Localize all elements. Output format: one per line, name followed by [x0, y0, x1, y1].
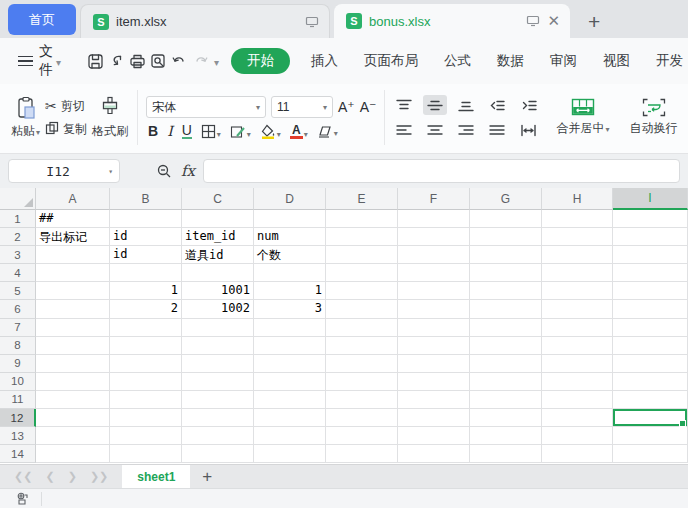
cell-I6[interactable] [613, 300, 688, 318]
cell-B11[interactable] [110, 391, 182, 409]
distributed-align-button[interactable] [516, 120, 540, 140]
ribbon-tab-页面布局[interactable]: 页面布局 [364, 52, 418, 70]
cell-I11[interactable] [613, 391, 688, 409]
borders-button[interactable]: ▾ [201, 124, 221, 139]
underline-button[interactable]: U [182, 123, 192, 139]
cell-A8[interactable] [36, 337, 110, 355]
cell-H10[interactable] [542, 373, 613, 391]
row-header-9[interactable]: 9 [0, 355, 36, 373]
first-sheet-icon[interactable]: ❮❮ [14, 470, 32, 483]
cell-D14[interactable] [254, 445, 326, 463]
cell-B5[interactable]: 1 [110, 282, 182, 300]
cell-A4[interactable] [36, 264, 110, 282]
cell-C7[interactable] [182, 319, 254, 337]
cell-I3[interactable] [613, 246, 688, 264]
cell-C4[interactable] [182, 264, 254, 282]
ribbon-tab-插入[interactable]: 插入 [311, 52, 338, 70]
save-button[interactable] [87, 48, 104, 74]
column-header-F[interactable]: F [398, 188, 470, 210]
row-header-12[interactable]: 12 [0, 409, 36, 427]
ribbon-tab-视图[interactable]: 视图 [603, 52, 630, 70]
cell-G5[interactable] [470, 282, 542, 300]
cell-H8[interactable] [542, 337, 613, 355]
cell-B9[interactable] [110, 355, 182, 373]
cell-A14[interactable] [36, 445, 110, 463]
cell-A2[interactable]: 导出标记 [36, 228, 110, 246]
redo-button[interactable] [192, 48, 209, 74]
select-all-corner[interactable] [0, 188, 36, 210]
cell-A11[interactable] [36, 391, 110, 409]
cell-B14[interactable] [110, 445, 182, 463]
cut-button[interactable]: ✂ 剪切 [45, 98, 87, 115]
align-top-button[interactable] [392, 95, 416, 115]
fill-color-button[interactable]: ▾ [260, 124, 281, 139]
name-box[interactable]: I12 ▾ [8, 159, 120, 183]
cell-G2[interactable] [470, 228, 542, 246]
cell-D6[interactable]: 3 [254, 300, 326, 318]
cell-F6[interactable] [398, 300, 470, 318]
ribbon-tab-开始[interactable]: 开始 [231, 48, 290, 74]
cell-A7[interactable] [36, 319, 110, 337]
ribbon-tab-公式[interactable]: 公式 [444, 52, 471, 70]
cell-H4[interactable] [542, 264, 613, 282]
cell-F8[interactable] [398, 337, 470, 355]
column-header-C[interactable]: C [182, 188, 254, 210]
cell-D8[interactable] [254, 337, 326, 355]
cell-I14[interactable] [613, 445, 688, 463]
print-button[interactable] [129, 48, 146, 74]
cell-C12[interactable] [182, 409, 254, 427]
cell-E9[interactable] [326, 355, 398, 373]
paste-button[interactable]: 粘贴▾ [6, 94, 45, 142]
align-right-button[interactable] [454, 120, 478, 140]
cell-I2[interactable] [613, 228, 688, 246]
cell-A10[interactable] [36, 373, 110, 391]
file-menu[interactable]: 文件 [39, 43, 53, 79]
cell-F14[interactable] [398, 445, 470, 463]
last-sheet-icon[interactable]: ❯❯ [90, 470, 108, 483]
cell-C5[interactable]: 1001 [182, 282, 254, 300]
decrease-indent-button[interactable] [485, 95, 509, 115]
cell-I5[interactable] [613, 282, 688, 300]
cell-C6[interactable]: 1002 [182, 300, 254, 318]
cell-G12[interactable] [470, 409, 542, 427]
cell-F5[interactable] [398, 282, 470, 300]
close-tab-icon[interactable]: ✕ [547, 12, 560, 30]
prev-sheet-icon[interactable]: ❮ [45, 470, 54, 483]
cell-H11[interactable] [542, 391, 613, 409]
cell-B12[interactable] [110, 409, 182, 427]
justify-button[interactable] [485, 120, 509, 140]
cell-D10[interactable] [254, 373, 326, 391]
cell-H12[interactable] [542, 409, 613, 427]
cell-E13[interactable] [326, 427, 398, 445]
cell-F7[interactable] [398, 319, 470, 337]
increase-font-button[interactable]: A⁺ [338, 99, 355, 115]
cell-G7[interactable] [470, 319, 542, 337]
home-page-button[interactable]: 首页 [8, 4, 76, 35]
cell-B6[interactable]: 2 [110, 300, 182, 318]
row-header-3[interactable]: 3 [0, 246, 36, 264]
cell-E14[interactable] [326, 445, 398, 463]
cell-F3[interactable] [398, 246, 470, 264]
cell-D1[interactable] [254, 210, 326, 228]
cell-G3[interactable] [470, 246, 542, 264]
cell-B13[interactable] [110, 427, 182, 445]
cell-F11[interactable] [398, 391, 470, 409]
add-sheet-button[interactable]: + [190, 465, 224, 488]
cell-G10[interactable] [470, 373, 542, 391]
row-header-8[interactable]: 8 [0, 337, 36, 355]
row-header-1[interactable]: 1 [0, 210, 36, 228]
next-sheet-icon[interactable]: ❯ [68, 470, 77, 483]
draw-border-button[interactable]: ▾ [230, 124, 251, 139]
row-header-13[interactable]: 13 [0, 427, 36, 445]
cell-B7[interactable] [110, 319, 182, 337]
eraser-button[interactable]: ▾ [317, 124, 338, 138]
cell-F9[interactable] [398, 355, 470, 373]
row-header-11[interactable]: 11 [0, 391, 36, 409]
cell-F1[interactable] [398, 210, 470, 228]
cell-H3[interactable] [542, 246, 613, 264]
cell-A5[interactable] [36, 282, 110, 300]
cell-H7[interactable] [542, 319, 613, 337]
italic-button[interactable]: I [167, 123, 173, 139]
insert-function-button[interactable]: fx [181, 162, 195, 180]
ribbon-tab-审阅[interactable]: 审阅 [550, 52, 577, 70]
